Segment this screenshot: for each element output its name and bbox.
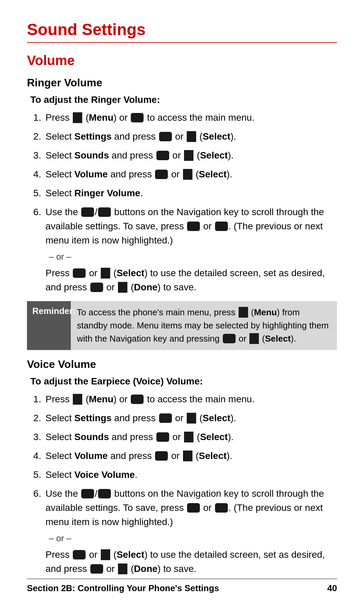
voice-step-3: Select Sounds and press or (Select). — [44, 430, 337, 444]
voice-nav-up-icon — [81, 489, 94, 498]
ringer-step-6: Use the / buttons on the Navigation key … — [44, 205, 337, 294]
voice-step-5: Select Voice Volume. — [44, 468, 337, 482]
voice-step-4: Select Volume and press or (Select). — [44, 449, 337, 463]
ok-button-icon-4 — [155, 170, 168, 179]
done-ok-icon — [90, 283, 103, 292]
reminder-select-arrow — [249, 333, 259, 344]
voice-volume-instruction: To adjust the Earpiece (Voice) Volume: — [27, 376, 337, 387]
voice-arrow-icon-3 — [184, 432, 193, 442]
ok-button-icon-3 — [156, 151, 169, 160]
or-separator-2: – or – — [46, 532, 337, 545]
done-arrow-icon — [118, 282, 127, 293]
voice-ok-icon-1 — [131, 395, 144, 404]
or-separator-1: – or – — [46, 250, 337, 263]
voice-arrow-icon-4 — [183, 451, 192, 461]
ringer-step-3: Select Sounds and press or (Select). — [44, 148, 337, 163]
voice-done-arrow-icon — [118, 563, 127, 574]
detail-arrow-icon — [101, 268, 110, 279]
voice-save-ok-icon-2 — [215, 503, 228, 513]
voice-step-2: Select Settings and press or (Select). — [44, 411, 337, 425]
title-divider — [27, 42, 337, 43]
voice-detail-arrow-icon — [101, 549, 110, 560]
ringer-step-5: Select Ringer Volume. — [44, 186, 337, 200]
select-arrow-icon-4 — [183, 169, 192, 180]
voice-step-1: Press (Menu) or to access the main menu. — [44, 392, 337, 406]
menu-arrow-icon — [73, 112, 82, 123]
voice-detail-ok-icon — [73, 550, 86, 559]
voice-menu-arrow-icon — [73, 394, 82, 405]
voice-nav-down-icon — [98, 489, 111, 498]
detail-ok-icon — [73, 268, 86, 278]
voice-step-6: Use the / buttons on the Navigation key … — [44, 487, 337, 576]
ok-button-icon — [131, 113, 144, 122]
voice-volume-title: Voice Volume — [27, 358, 337, 371]
ringer-step-4: Select Volume and press or (Select). — [44, 167, 337, 181]
voice-save-ok-icon — [187, 503, 200, 513]
reminder-content: To access the phone's main menu, press (… — [71, 301, 337, 350]
ringer-step-2: Select Settings and press or (Select). — [44, 129, 337, 144]
ringer-step-1: Press (Menu) or to access the main menu. — [44, 111, 337, 125]
ringer-volume-title: Ringer Volume — [27, 77, 337, 89]
voice-done-ok-icon — [90, 564, 103, 574]
ok-button-icon-2 — [159, 132, 172, 141]
voice-ok-icon-3 — [156, 432, 169, 442]
page-title: Sound Settings — [27, 20, 337, 39]
nav-up-icon — [81, 207, 94, 217]
select-arrow-icon-2 — [187, 131, 196, 142]
voice-ok-icon-4 — [155, 451, 168, 461]
reminder-ok-icon — [223, 334, 236, 343]
section-title: Volume — [27, 53, 337, 68]
save-ok-icon — [187, 222, 200, 231]
nav-down-icon — [98, 207, 111, 217]
reminder-arrow-icon — [239, 307, 248, 318]
footer-right: 40 — [327, 583, 337, 594]
voice-ok-icon-2 — [159, 413, 172, 423]
ringer-volume-steps: Press (Menu) or to access the main menu.… — [27, 111, 337, 294]
save-ok-icon-2 — [215, 222, 228, 231]
select-arrow-icon-3 — [184, 150, 193, 161]
ringer-volume-instruction: To adjust the Ringer Volume: — [27, 94, 337, 105]
voice-arrow-icon-2 — [187, 413, 196, 424]
reminder-box: Reminder: To access the phone's main men… — [27, 301, 337, 350]
voice-volume-steps: Press (Menu) or to access the main menu.… — [27, 392, 337, 576]
footer-left: Section 2B: Controlling Your Phone's Set… — [27, 583, 219, 594]
reminder-label: Reminder: — [27, 301, 71, 350]
page-footer: Section 2B: Controlling Your Phone's Set… — [27, 579, 337, 594]
